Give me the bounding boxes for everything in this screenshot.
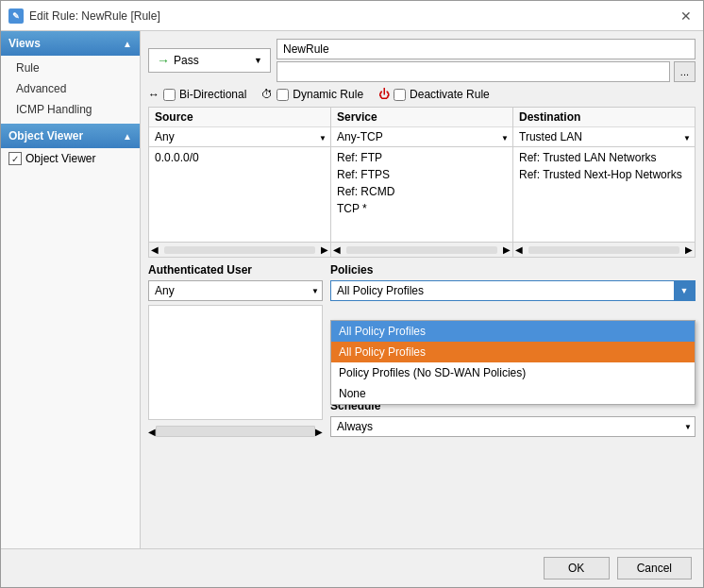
comment-input[interactable] [277,61,670,82]
list-item: Ref: Trusted Next-Hop Networks [519,166,689,183]
source-scrollbar-track[interactable] [164,246,315,254]
title-bar-left: ✎ Edit Rule: NewRule [Rule] [8,8,160,24]
views-header[interactable]: Views ▲ [1,31,140,56]
source-list: 0.0.0.0/0 [149,147,330,242]
service-scrollbar-track[interactable] [346,246,497,254]
main-content: Views ▲ Rule Advanced ICMP Handling Obje… [1,31,703,548]
policies-dropdown-popup: All Policy Profiles All Policy Profiles … [330,320,696,405]
bottom-area: Authenticated User Any ◀ ▶ Pol [148,263,696,437]
destination-list: Ref: Trusted LAN Networks Ref: Trusted N… [513,147,695,242]
source-dropdown[interactable]: Any [149,127,330,147]
pass-button[interactable]: → Pass ▼ [148,48,271,73]
service-panel: Service Any-TCP Ref: FTP Ref: FTPS Ref: … [331,108,513,257]
auth-scrollbar-row: ◀ ▶ [148,426,323,437]
pass-arrow: → [157,53,170,68]
columns-area: Source Any 0.0.0.0/0 ◀ ▶ [148,107,696,258]
service-header: Service [331,108,512,127]
object-viewer-label: Object Viewer [8,129,83,143]
policies-option-none[interactable]: None [331,383,695,404]
sidebar-item-icmp[interactable]: ICMP Handling [1,99,140,120]
source-panel: Source Any 0.0.0.0/0 ◀ ▶ [149,108,331,257]
sidebar-items: Rule Advanced ICMP Handling [1,56,140,122]
sidebar-item-advanced[interactable]: Advanced [1,78,140,99]
dynamic-rule-icon: ⏱ [261,88,273,101]
list-item: Ref: FTP [337,149,507,166]
main-window: ✎ Edit Rule: NewRule [Rule] ✕ Views ▲ Ru… [0,0,704,588]
service-list: Ref: FTP Ref: FTPS Ref: RCMD TCP * [331,147,512,242]
footer: OK Cancel [1,548,703,587]
pass-chevron: ▼ [254,56,262,65]
rule-name-input[interactable] [277,39,696,59]
destination-dropdown-wrapper: Trusted LAN [513,127,695,147]
deactivate-icon: ⏻ [378,88,390,101]
policies-option-all-highlighted[interactable]: All Policy Profiles [331,321,695,342]
rule-name-row: → Pass ▼ ... [148,39,696,82]
object-viewer-section: Object Viewer ▲ ✓ Object Viewer [1,124,140,169]
auth-scrollbar-track[interactable] [156,426,315,437]
service-dropdown[interactable]: Any-TCP [331,127,512,147]
schedule-dropdown-wrapper: Always Never Custom [330,416,696,437]
dynamic-rule-option[interactable]: ⏱ Dynamic Rule [261,88,363,101]
list-item: Ref: FTPS [337,166,507,183]
policies-label: Policies [330,263,696,277]
policies-dropdown-row: All Policy Profiles ▼ [330,280,696,301]
deactivate-option[interactable]: ⏻ Deactivate Rule [378,88,490,101]
object-viewer-checkbox-label: Object Viewer [25,152,95,165]
schedule-section: Schedule Always Never Custom [330,399,696,437]
policies-selected-value[interactable]: All Policy Profiles [331,281,674,300]
close-button[interactable]: ✕ [677,7,696,25]
deactivate-label: Deactivate Rule [410,88,490,101]
policies-option-all-selected[interactable]: All Policy Profiles [331,342,695,362]
auth-label: Authenticated User [148,263,323,277]
views-chevron: ▲ [123,39,132,49]
bidirectional-checkbox[interactable] [163,89,176,101]
policies-dropdown-container: All Policy Profiles ▼ All Policy Profile… [330,280,696,301]
source-dropdown-wrapper: Any [149,127,330,147]
dynamic-rule-checkbox[interactable] [277,89,289,101]
window-icon: ✎ [8,8,24,24]
sidebar-item-rule[interactable]: Rule [1,58,140,78]
list-item: Ref: RCMD [337,183,507,200]
dots-button[interactable]: ... [674,61,696,82]
options-row: ↔ Bi-Directional ⏱ Dynamic Rule ⏻ Deacti… [148,88,696,101]
destination-panel: Destination Trusted LAN Ref: Trusted LAN… [513,108,695,257]
bidirectional-icon: ↔ [148,88,159,101]
dynamic-rule-label: Dynamic Rule [293,88,363,101]
window-title: Edit Rule: NewRule [Rule] [29,9,160,23]
list-item: Ref: Trusted LAN Networks [519,149,689,166]
policies-panel: Policies All Policy Profiles ▼ All Polic… [330,263,696,437]
object-viewer-chevron: ▲ [123,131,132,142]
list-item: TCP * [337,200,507,217]
service-scrollbar[interactable]: ◀ ▶ [331,242,512,257]
object-viewer-checkbox-item[interactable]: ✓ Object Viewer [1,148,140,169]
source-scrollbar[interactable]: ◀ ▶ [149,242,330,257]
object-viewer-checkbox[interactable]: ✓ [8,152,22,165]
ok-button[interactable]: OK [544,557,610,580]
list-item: 0.0.0.0/0 [155,149,325,166]
bidirectional-option[interactable]: ↔ Bi-Directional [148,88,246,101]
destination-scrollbar[interactable]: ◀ ▶ [513,242,695,257]
views-label: Views [8,37,41,50]
cancel-button[interactable]: Cancel [617,557,692,580]
auth-dropdown-wrapper: Any [148,280,323,301]
deactivate-checkbox[interactable] [394,89,406,101]
title-bar: ✎ Edit Rule: NewRule [Rule] ✕ [1,1,703,31]
sidebar: Views ▲ Rule Advanced ICMP Handling Obje… [1,31,141,548]
auth-dropdown[interactable]: Any [148,280,323,301]
destination-dropdown[interactable]: Trusted LAN [513,127,695,147]
auth-list-area [148,305,323,420]
destination-header: Destination [513,108,695,127]
service-dropdown-wrapper: Any-TCP [331,127,512,147]
policies-dropdown-arrow[interactable]: ▼ [674,281,695,300]
bidirectional-label: Bi-Directional [179,88,246,101]
schedule-dropdown[interactable]: Always Never Custom [330,416,696,437]
destination-scrollbar-track[interactable] [528,246,679,254]
auth-panel: Authenticated User Any ◀ ▶ [148,263,323,437]
pass-label: Pass [174,54,199,67]
object-viewer-header[interactable]: Object Viewer ▲ [1,124,140,148]
views-section: Views ▲ Rule Advanced ICMP Handling [1,31,140,122]
main-panel: → Pass ▼ ... ↔ Bi-Directional [141,31,703,548]
policies-option-no-sdwan[interactable]: Policy Profiles (No SD-WAN Policies) [331,362,695,383]
source-header: Source [149,108,330,127]
